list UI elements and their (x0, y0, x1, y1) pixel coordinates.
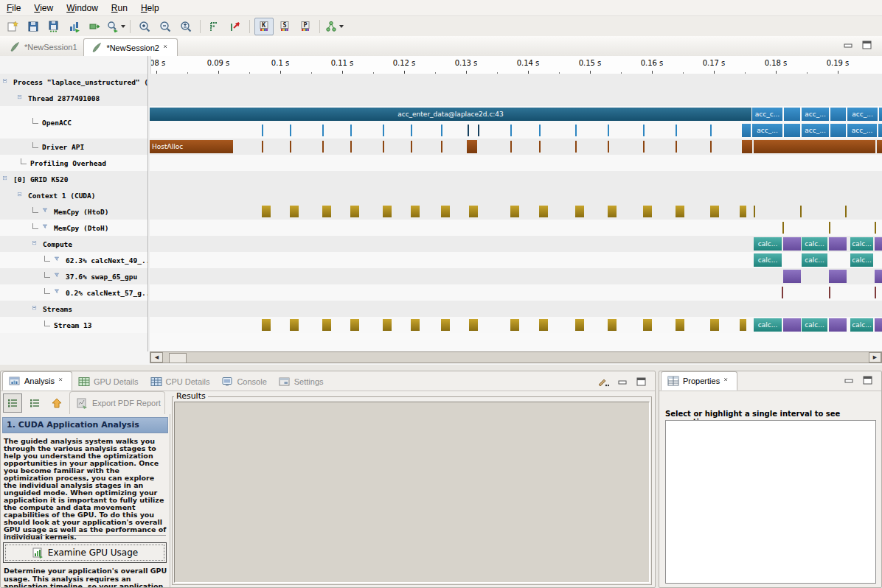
timeline-interval[interactable] (643, 141, 645, 153)
maximize-icon[interactable] (862, 41, 872, 49)
timeline-interval[interactable] (829, 222, 830, 234)
panel-tab-settings[interactable]: Settings (273, 373, 330, 391)
timeline-interval[interactable] (539, 125, 541, 136)
timeline-interval[interactable] (643, 125, 645, 136)
tree-row-grid-k520[interactable]: [0] GRID K520 (0, 171, 147, 187)
timeline-interval[interactable] (262, 141, 263, 153)
timeline-interval[interactable] (350, 319, 359, 331)
filter-funnel-icon[interactable] (54, 273, 62, 280)
generate-timeline-button[interactable] (65, 18, 84, 35)
search-run-button[interactable] (106, 18, 125, 35)
timeline-interval[interactable]: calc... (802, 318, 827, 332)
scroll-thumb[interactable] (169, 353, 187, 363)
timeline-interval[interactable] (784, 108, 800, 121)
timeline-interval[interactable] (478, 125, 479, 136)
timeline-interval[interactable]: calc... (754, 253, 782, 267)
timeline-interval[interactable] (830, 108, 846, 121)
new-session-button[interactable] (3, 18, 22, 35)
timeline-interval[interactable] (468, 125, 469, 136)
timeline-interval[interactable]: acc_... (847, 124, 877, 137)
panel-tab-analysis[interactable]: Analysis (2, 371, 72, 391)
examine-gpu-usage-button[interactable]: Examine GPU Usage (3, 542, 167, 563)
timeline-interval[interactable] (322, 206, 331, 217)
filter-funnel-icon[interactable] (42, 208, 50, 215)
timeline-interval[interactable] (608, 319, 617, 331)
horizontal-scrollbar[interactable]: ◀ ▶ (150, 351, 882, 363)
scroll-right-arrow[interactable]: ▶ (869, 352, 881, 363)
timeline-interval[interactable] (830, 124, 846, 137)
timeline-interval[interactable] (469, 319, 478, 331)
timeline-interval[interactable] (875, 222, 876, 234)
timeline-interval[interactable]: HostAlloc (150, 140, 233, 153)
timeline-interval[interactable] (875, 318, 882, 332)
kernel-s-button[interactable]: S (275, 18, 294, 35)
kernel-k-button[interactable]: K (254, 18, 274, 35)
timeline-interval[interactable] (469, 206, 478, 217)
timeline-interval[interactable] (754, 206, 755, 217)
timeline-interval[interactable] (740, 319, 746, 331)
timeline-interval[interactable] (845, 206, 847, 217)
dropdown-caret-icon[interactable] (339, 25, 344, 28)
timeline-interval[interactable] (676, 319, 684, 331)
timeline-interval[interactable] (829, 270, 847, 283)
expander-minus-icon[interactable] (3, 79, 10, 85)
timeline-interval[interactable] (742, 124, 751, 137)
timeline-interval[interactable] (350, 125, 352, 136)
timeline-interval[interactable] (441, 125, 442, 136)
timeline-interval[interactable] (829, 318, 847, 332)
timeline-interval[interactable] (608, 141, 609, 153)
minimize-icon[interactable] (844, 41, 853, 49)
timeline-interval[interactable] (782, 287, 783, 298)
timeline-interval[interactable]: calc... (754, 237, 782, 251)
maximize-icon[interactable] (863, 376, 872, 385)
panel-tab-properties[interactable]: Properties (661, 371, 737, 391)
expander-minus-icon[interactable] (32, 241, 39, 248)
tree-row-stream-13[interactable]: Stream 13 (0, 317, 147, 333)
filter-funnel-icon[interactable] (42, 224, 50, 231)
expander-minus-icon[interactable] (3, 176, 10, 183)
timeline-interval[interactable]: acc_c... (752, 108, 782, 121)
dropdown-caret-icon[interactable] (121, 25, 125, 28)
timeline-interval[interactable] (575, 206, 584, 217)
tree-row-kernel-calcnext-49[interactable]: 62.3% calcNext_49_... (0, 252, 147, 268)
tree-row-thread[interactable]: Thread 2877491008 (0, 90, 147, 106)
timeline-interval[interactable] (411, 206, 420, 217)
timeline-interval[interactable] (322, 141, 324, 153)
menu-item-window[interactable]: Window (60, 1, 105, 15)
tree-row-driver-api[interactable]: Driver API (0, 139, 147, 155)
timeline-interval[interactable] (290, 125, 291, 136)
menu-item-view[interactable]: View (27, 1, 60, 15)
timeline-interval[interactable]: calc... (850, 318, 873, 332)
tree-row-kernel-swap-65[interactable]: 37.6% swap_65_gpu (0, 268, 147, 284)
tree-row-context-1[interactable]: Context 1 (CUDA) (0, 187, 147, 203)
filter-funnel-icon[interactable] (54, 256, 62, 264)
timeline-interval[interactable] (742, 140, 752, 153)
timeline-interval[interactable]: calc... (850, 253, 873, 267)
tree-row-process[interactable]: Process "laplace_unstructured" (1... (0, 74, 147, 90)
timeline-interval[interactable] (783, 270, 801, 283)
menu-item-run[interactable]: Run (105, 1, 134, 15)
timeline-interval[interactable] (539, 319, 548, 331)
timeline-interval[interactable] (608, 125, 609, 136)
panel-tab-gpu-details[interactable]: GPU Details (72, 373, 145, 391)
zoom-in-button[interactable] (135, 18, 154, 35)
timeline-interval[interactable] (441, 319, 450, 331)
timeline-interval[interactable] (441, 206, 450, 217)
timeline-interval[interactable] (539, 141, 541, 153)
timeline-interval[interactable] (878, 124, 882, 137)
tree-row-openacc[interactable]: OpenACC (0, 106, 147, 139)
timeline-interval[interactable] (467, 140, 477, 153)
save-all-button[interactable] (44, 18, 63, 35)
maximize-icon[interactable] (636, 377, 646, 386)
timeline-interval[interactable] (322, 319, 331, 331)
timeline-interval[interactable] (322, 125, 324, 136)
timeline-interval[interactable] (676, 141, 677, 153)
timeline-interval[interactable] (783, 318, 801, 332)
tree-row-kernel-calcnext-57[interactable]: 0.2% calcNext_57_g... (0, 284, 147, 301)
timeline-interval[interactable]: acc_... (752, 124, 782, 137)
minimize-icon[interactable] (844, 377, 854, 385)
timeline-interval[interactable] (875, 237, 882, 251)
scroll-left-arrow[interactable]: ◀ (150, 352, 163, 363)
menu-item-help[interactable]: Help (134, 1, 166, 15)
timeline-interval[interactable] (575, 319, 584, 331)
